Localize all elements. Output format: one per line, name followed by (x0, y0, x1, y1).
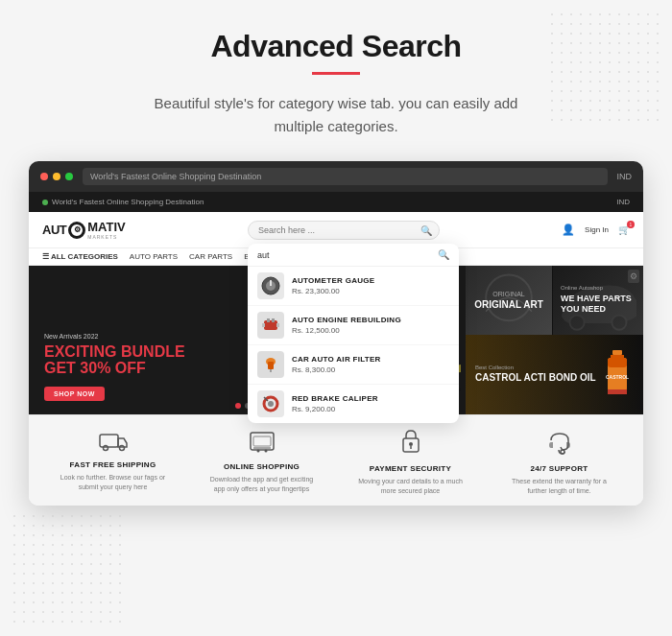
category-item-2[interactable]: AUTO PARTS (130, 252, 178, 261)
store-nav: AUT ⚙ MATIV MARKETS 🔍 aut 🔍 (29, 212, 643, 248)
slider-dot-active[interactable] (235, 403, 241, 409)
browser-dot-green[interactable] (65, 173, 73, 180)
svg-point-31 (119, 446, 124, 451)
security-icon (398, 429, 423, 460)
hero-cta-button[interactable]: SHOP NOW (44, 387, 105, 401)
store-header-tagline: World's Fastest Online Shopping Destinat… (52, 198, 204, 206)
dropdown-item-info-3: CAR AUTO AIR FILTER Rs. 8,300.00 (292, 355, 381, 374)
browser-address-bar: World's Fastest Online Shopping Destinat… (83, 168, 608, 185)
feature-shopping: ONLINE SHOPPING Download the app and get… (204, 429, 320, 496)
dropdown-item-img-1 (257, 272, 284, 299)
castrol-product-name: CASTROL ACTI BOND OIL (475, 372, 596, 384)
address-text: World's Fastest Online Shopping Destinat… (90, 172, 261, 181)
search-container: 🔍 aut 🔍 AU (248, 220, 440, 240)
settings-icon[interactable]: ⚙ (628, 270, 639, 283)
svg-text:CASTROL: CASTROL (605, 374, 628, 380)
feature-shipping: FAST FREE SHIPPING Look no further. Brow… (56, 429, 171, 496)
search-icon[interactable]: 🔍 (420, 224, 432, 235)
dropdown-item-4[interactable]: RED BRAKE CALIPER Rs. 9,200.00 (248, 385, 459, 423)
svg-point-40 (561, 450, 564, 454)
search-dropdown: aut 🔍 AUTOMETER GAUGE Rs. 23,300. (248, 244, 459, 423)
browser-dot-red[interactable] (40, 173, 48, 180)
panel-original-label: ORIGINAL (492, 291, 524, 297)
hero-top-panels: ORIGINAL ORIGINAL ART Online Autoshop (466, 266, 643, 335)
dropdown-item-info-1: AUTOMETER GAUGE Rs. 23,300.00 (292, 276, 375, 295)
castrol-text-area: Best Collection CASTROL ACTI BOND OIL (475, 365, 596, 384)
oil-bottle: CASTROL (600, 348, 634, 400)
dropdown-item-name-3: CAR AUTO AIR FILTER (292, 355, 381, 364)
feature-security: PAYMENT SECURITY Moving your card detail… (353, 429, 468, 496)
browser-region: IND (617, 172, 633, 181)
logo-circle: ⚙ (68, 222, 85, 239)
subtitle: Beautiful style's for category wise tab.… (134, 92, 538, 138)
browser-bar: World's Fastest Online Shopping Destinat… (29, 161, 643, 192)
logo-auto-text: AUT (42, 223, 66, 237)
title-underline (312, 72, 360, 75)
dot-pattern-top-right (547, 10, 662, 125)
logo-mativ-text: MATIV (87, 220, 125, 234)
feature-shipping-desc: Look no further. Browse our fags or subm… (56, 473, 171, 492)
store-logo[interactable]: AUT ⚙ MATIV MARKETS (42, 220, 126, 240)
hero-title-highlight: 30% OFF (80, 360, 145, 376)
svg-rect-24 (611, 355, 624, 358)
hero-panel-we-have: Online Autoshop WE HAVE PARTS YOU NEED ⚙ (553, 266, 643, 335)
feature-shopping-title: ONLINE SHOPPING (224, 462, 300, 471)
category-item-1[interactable]: ☰ ALL CATEGORIES (42, 252, 118, 261)
online-dot (42, 200, 48, 205)
nav-right: 👤 Sign In 🛒 1 (562, 224, 630, 236)
svg-point-12 (268, 401, 274, 407)
store-header-region: IND (616, 198, 630, 206)
svg-rect-6 (262, 323, 265, 327)
shopping-icon (249, 429, 276, 459)
svg-point-38 (409, 442, 413, 446)
svg-rect-29 (100, 435, 118, 447)
dropdown-item-info-4: RED BRAKE CALIPER Rs. 9,200.00 (292, 394, 378, 413)
browser-mockup: World's Fastest Online Shopping Destinat… (29, 161, 643, 506)
svg-rect-9 (268, 362, 274, 369)
dropdown-item-name-2: AUTO ENGINE REBUILDING (292, 316, 401, 324)
dropdown-item-2[interactable]: AUTO ENGINE REBUILDING Rs. 12,500.00 (248, 306, 459, 345)
support-icon (546, 429, 573, 460)
page-title: Advanced Search (210, 29, 461, 64)
dropdown-item-img-3 (257, 351, 284, 378)
sign-in-text[interactable]: Sign In (585, 225, 609, 234)
browser-dots (40, 173, 73, 180)
dropdown-item-price-4: Rs. 9,200.00 (292, 405, 378, 413)
svg-point-22 (612, 315, 626, 329)
svg-rect-3 (264, 320, 277, 330)
dropdown-item-3[interactable]: CAR AUTO AIR FILTER Rs. 8,300.00 (248, 345, 459, 385)
category-item-3[interactable]: CAR PARTS (189, 252, 232, 261)
store-top-bar: World's Fastest Online Shopping Destinat… (29, 192, 643, 212)
logo-sub-text: MARKETS (87, 234, 125, 240)
panel-we-have-text: WE HAVE PARTS YOU NEED (561, 294, 636, 315)
search-dropdown-search-icon[interactable]: 🔍 (438, 249, 449, 260)
svg-rect-28 (608, 389, 627, 394)
feature-support: 24/7 SUPPORT These extend the warranty f… (502, 429, 617, 496)
svg-point-36 (264, 450, 267, 453)
cart-icon[interactable]: 🛒 1 (618, 224, 630, 235)
logo-circle-icon: ⚙ (74, 225, 81, 234)
search-input[interactable] (248, 221, 440, 240)
features-row: FAST FREE SHIPPING Look no further. Brow… (29, 414, 643, 506)
svg-rect-32 (251, 433, 274, 450)
feature-support-title: 24/7 SUPPORT (530, 464, 588, 473)
hero-title-line2-prefix: GET (44, 360, 80, 376)
dropdown-item-price-2: Rs. 12,500.00 (292, 326, 401, 335)
nav-person-icon: 👤 (562, 224, 575, 236)
search-dropdown-query: aut (257, 250, 438, 260)
panel-online-autoshop: Online Autoshop (561, 285, 636, 291)
svg-point-21 (569, 315, 584, 329)
store-header-left: World's Fastest Online Shopping Destinat… (42, 198, 204, 206)
hero-panel-castrol: Best Collection CASTROL ACTI BOND OIL CA… (466, 335, 643, 415)
feature-security-title: PAYMENT SECURITY (370, 464, 451, 473)
dropdown-item-img-4 (257, 390, 284, 417)
dropdown-item-price-3: Rs. 8,300.00 (292, 365, 381, 374)
browser-dot-yellow[interactable] (53, 173, 60, 180)
dropdown-item-img-2 (257, 312, 284, 339)
dropdown-item-1[interactable]: AUTOMETER GAUGE Rs. 23,300.00 (248, 267, 459, 306)
dropdown-item-name-4: RED BRAKE CALIPER (292, 394, 378, 403)
svg-rect-5 (272, 318, 275, 322)
feature-security-desc: Moving your card details to a much more … (353, 477, 468, 496)
feature-support-desc: These extend the warranty for a further … (502, 477, 617, 496)
svg-rect-4 (267, 318, 270, 322)
